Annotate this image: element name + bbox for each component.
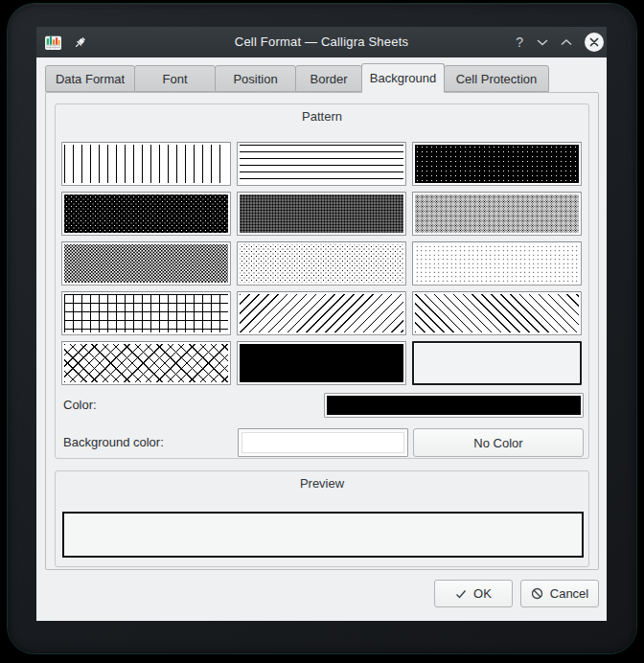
- pattern-group-title: Pattern: [56, 109, 588, 124]
- color-label: Color:: [63, 393, 97, 418]
- tab-border[interactable]: Border: [295, 65, 362, 92]
- preview-groupbox: Preview: [55, 470, 589, 567]
- check-icon: [455, 589, 467, 599]
- ok-button[interactable]: OK: [434, 580, 513, 607]
- pattern-swatch-diagonal-up[interactable]: [237, 291, 406, 335]
- tab-position[interactable]: Position: [215, 65, 296, 92]
- no-color-label: No Color: [473, 436, 522, 450]
- close-icon: [589, 37, 599, 47]
- preview-area: [62, 512, 584, 558]
- no-color-button[interactable]: No Color: [413, 428, 584, 457]
- pattern-swatch-dense-1[interactable]: [412, 142, 582, 186]
- help-icon[interactable]: ?: [515, 27, 524, 57]
- cancel-icon: [531, 587, 543, 600]
- pattern-swatch-dense-7[interactable]: [412, 241, 582, 286]
- pattern-color-button[interactable]: [324, 393, 584, 418]
- tab-bar: Data FormatFontPositionBorderBackgroundC…: [45, 62, 549, 92]
- pattern-fill-dense-5: [64, 244, 228, 283]
- background-color-label: Background color:: [63, 428, 164, 457]
- pattern-fill-horizontal-lines: [240, 145, 403, 183]
- pattern-swatch-horizontal-lines[interactable]: [237, 142, 406, 186]
- pattern-fill-no-pattern: [415, 344, 579, 382]
- pattern-fill-dense-6: [240, 244, 403, 283]
- pattern-fill-diagonal-up: [240, 294, 403, 332]
- window-frame: Cell Format — Calligra Sheets ?: [8, 4, 636, 653]
- cancel-label: Cancel: [550, 586, 588, 601]
- minimize-icon[interactable]: [537, 38, 548, 46]
- pattern-swatch-dense-2[interactable]: [61, 192, 231, 236]
- pattern-swatch-cross-grid[interactable]: [61, 291, 231, 335]
- pattern-swatch-diagonal-cross[interactable]: [61, 341, 231, 385]
- pattern-fill-vertical-lines: [64, 145, 228, 183]
- tab-cell-protection[interactable]: Cell Protection: [444, 65, 549, 92]
- pattern-swatch-dense-4[interactable]: [412, 192, 582, 236]
- pattern-swatch-dense-5[interactable]: [61, 241, 231, 286]
- maximize-icon[interactable]: [561, 38, 572, 46]
- tab-background[interactable]: Background: [361, 63, 445, 93]
- pattern-fill-solid-black: [240, 344, 403, 382]
- pattern-groupbox: Pattern Color: Background color: No Colo…: [55, 103, 589, 459]
- pattern-swatch-dense-3[interactable]: [237, 192, 406, 236]
- pattern-fill-dense-3: [240, 194, 403, 233]
- pattern-fill-diagonal-cross: [64, 344, 228, 382]
- pattern-fill-diagonal-down: [415, 294, 579, 332]
- pattern-fill-cross-grid: [64, 294, 228, 332]
- cancel-button[interactable]: Cancel: [520, 580, 599, 607]
- dialog-body: Data FormatFontPositionBorderBackgroundC…: [36, 57, 607, 621]
- pattern-swatch-dense-6[interactable]: [237, 241, 406, 286]
- preview-group-title: Preview: [56, 476, 588, 491]
- close-button[interactable]: [585, 33, 604, 52]
- dialog-window: Cell Format — Calligra Sheets ?: [36, 27, 607, 621]
- pattern-swatch-no-pattern[interactable]: [412, 341, 582, 385]
- color-swatch-fill: [327, 396, 581, 415]
- pattern-fill-dense-4: [415, 194, 579, 233]
- pattern-swatch-vertical-lines[interactable]: [61, 142, 231, 186]
- background-color-swatch-fill: [242, 432, 404, 453]
- pattern-fill-dense-2: [64, 194, 228, 233]
- titlebar[interactable]: Cell Format — Calligra Sheets ?: [36, 27, 607, 57]
- pattern-swatch-diagonal-down[interactable]: [412, 291, 582, 335]
- ok-label: OK: [473, 586, 492, 601]
- pattern-fill-dense-1: [415, 145, 579, 183]
- background-color-button[interactable]: [238, 428, 408, 457]
- tab-data-format[interactable]: Data Format: [45, 65, 135, 92]
- app-icon[interactable]: [44, 34, 62, 52]
- pin-icon[interactable]: [73, 35, 87, 50]
- pattern-grid: [61, 142, 582, 385]
- tab-font[interactable]: Font: [134, 65, 216, 92]
- pattern-swatch-solid-black[interactable]: [237, 341, 406, 385]
- pattern-fill-dense-7: [415, 244, 579, 283]
